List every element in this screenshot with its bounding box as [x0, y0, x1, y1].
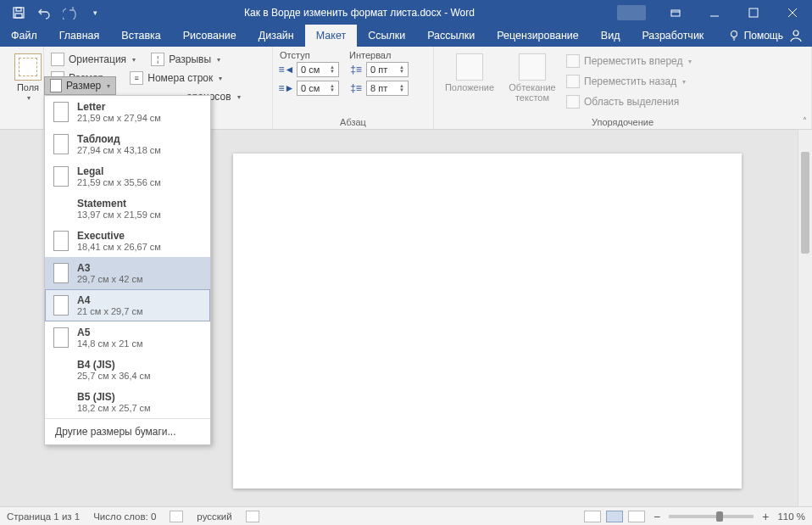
page-thumb-icon [53, 327, 69, 348]
document-page[interactable] [233, 154, 742, 489]
size-name: Statement [77, 198, 161, 209]
size-dim: 27,94 см x 43,18 см [77, 145, 161, 155]
vertical-scrollbar[interactable] [798, 130, 812, 506]
svg-rect-3 [671, 10, 680, 16]
view-web-icon[interactable] [628, 511, 645, 522]
group-paragraph: Отступ ≡◄ 0 см▲▼ ≡► 0 см▲▼ Интервал ‡≡ 0… [273, 47, 434, 129]
window-title: Как в Ворде изменить формат листа.docx -… [102, 7, 617, 19]
size-option-legal[interactable]: Legal21,59 см x 35,56 см [45, 160, 210, 193]
save-icon[interactable] [12, 6, 25, 20]
size-option-executive[interactable]: Executive18,41 см x 26,67 см [45, 225, 210, 257]
collapse-ribbon-icon[interactable]: ˄ [803, 116, 807, 126]
zoom-level[interactable]: 110 % [777, 511, 805, 522]
size-option-statement[interactable]: Statement13,97 см x 21,59 см [45, 193, 210, 225]
space-before-icon: ‡≡ [349, 63, 363, 76]
bring-forward-icon [566, 54, 580, 68]
size-dim: 18,2 см x 25,7 см [77, 403, 151, 413]
zoom-knob[interactable] [716, 511, 723, 522]
indent-left-input[interactable]: 0 см▲▼ [297, 62, 339, 77]
tab-layout[interactable]: Макет [305, 25, 357, 47]
view-print-icon[interactable] [606, 511, 623, 522]
size-open-icon [50, 79, 62, 92]
tab-view[interactable]: Вид [590, 25, 631, 47]
size-dim: 25,7 см x 36,4 см [77, 371, 151, 381]
orientation-button[interactable]: Ориентация▾ ¦ Разрывы▾ [51, 50, 265, 69]
tab-draw[interactable]: Рисование [172, 25, 247, 47]
tab-design[interactable]: Дизайн [247, 25, 305, 47]
account-placeholder [617, 5, 646, 20]
indent-label: Отступ [280, 50, 339, 60]
minimize-icon[interactable] [695, 0, 734, 25]
size-option-a5[interactable]: A514,8 см x 21 см [45, 321, 210, 354]
size-name: B5 (JIS) [77, 391, 151, 403]
scrollbar-thumb[interactable] [801, 152, 809, 254]
customize-qat-icon[interactable]: ▾ [88, 6, 102, 20]
size-option--[interactable]: Таблоид27,94 см x 43,18 см [45, 128, 210, 160]
selection-pane-button[interactable]: Область выделения [566, 92, 692, 111]
size-option-a4[interactable]: A421 см x 29,7 см [45, 289, 210, 321]
ribbon-display-icon[interactable] [656, 0, 695, 25]
send-backward-icon [566, 75, 580, 88]
status-words[interactable]: Число слов: 0 [93, 511, 156, 522]
page-thumb-icon [53, 295, 69, 316]
position-button[interactable]: Положение [441, 50, 498, 111]
macro-record-icon[interactable] [246, 511, 259, 522]
group-page-setup-left: Поля ▾ [0, 47, 44, 129]
page-thumb-icon [53, 134, 69, 154]
size-name: Letter [77, 101, 161, 113]
size-name: A4 [77, 294, 143, 306]
status-lang[interactable]: русский [197, 511, 231, 522]
more-paper-sizes[interactable]: Другие размеры бумаги... [45, 418, 210, 444]
wrap-text-button[interactable]: Обтекание текстом [502, 50, 563, 111]
size-name: Таблоид [77, 133, 161, 145]
space-after-icon: ‡≡ [349, 81, 363, 95]
tab-references[interactable]: Ссылки [357, 25, 416, 47]
tab-insert[interactable]: Вставка [110, 25, 171, 47]
size-dim: 21,59 см x 27,94 см [77, 113, 161, 123]
position-icon [456, 53, 483, 81]
zoom-out[interactable]: − [653, 510, 660, 523]
breaks-label: Разрывы [169, 53, 211, 65]
svg-rect-6 [749, 8, 758, 17]
account-icon[interactable] [788, 28, 804, 43]
size-button-open[interactable]: Размер▾ [44, 76, 116, 95]
svg-rect-1 [16, 8, 21, 11]
tell-me[interactable]: Помощь [728, 30, 783, 42]
indent-right-input[interactable]: 0 см▲▼ [297, 81, 339, 96]
tab-developer[interactable]: Разработчик [631, 25, 715, 47]
tab-home[interactable]: Главная [48, 25, 111, 47]
size-name: A5 [77, 327, 143, 338]
redo-icon[interactable] [63, 6, 76, 20]
svg-point-9 [731, 31, 737, 37]
spellcheck-icon[interactable] [170, 511, 183, 522]
size-option-letter[interactable]: Letter21,59 см x 27,94 см [45, 96, 210, 128]
tab-review[interactable]: Рецензирование [486, 25, 590, 47]
line-numbers-button[interactable]: Номера строк [147, 72, 213, 84]
title-bar: ▾ Как в Ворде изменить формат листа.docx… [0, 0, 812, 25]
bring-forward-button[interactable]: Переместить вперед▾ [566, 52, 692, 70]
size-dim: 13,97 см x 21,59 см [77, 209, 161, 220]
orientation-icon [51, 53, 64, 66]
close-icon[interactable] [773, 0, 812, 25]
send-backward-button[interactable]: Переместить назад▾ [566, 72, 692, 91]
indent-left-icon: ≡◄ [280, 63, 293, 76]
space-after-input[interactable]: 8 пт▲▼ [366, 81, 409, 96]
window-controls [656, 0, 812, 25]
undo-icon[interactable] [37, 6, 51, 20]
zoom-slider[interactable] [669, 515, 754, 518]
size-option-a3[interactable]: A329,7 см x 42 см [45, 257, 210, 289]
space-before-input[interactable]: 0 пт▲▼ [366, 62, 409, 77]
size-option-b4-jis-[interactable]: B4 (JIS)25,7 см x 36,4 см [45, 354, 210, 386]
size-dim: 21 см x 29,7 см [77, 306, 143, 316]
zoom-in[interactable]: + [762, 510, 769, 523]
size-dim: 18,41 см x 26,67 см [77, 242, 161, 252]
size-option-b5-jis-[interactable]: B5 (JIS)18,2 см x 25,7 см [45, 386, 210, 418]
status-page[interactable]: Страница 1 из 1 [7, 511, 80, 522]
margins-icon [14, 53, 42, 81]
maximize-icon[interactable] [734, 0, 773, 25]
view-read-icon[interactable] [584, 511, 601, 522]
tab-mailings[interactable]: Рассылки [416, 25, 486, 47]
status-bar: Страница 1 из 1 Число слов: 0 русский − … [0, 506, 812, 525]
tab-file[interactable]: Файл [0, 25, 48, 47]
margins-button[interactable]: Поля ▾ [7, 50, 49, 105]
